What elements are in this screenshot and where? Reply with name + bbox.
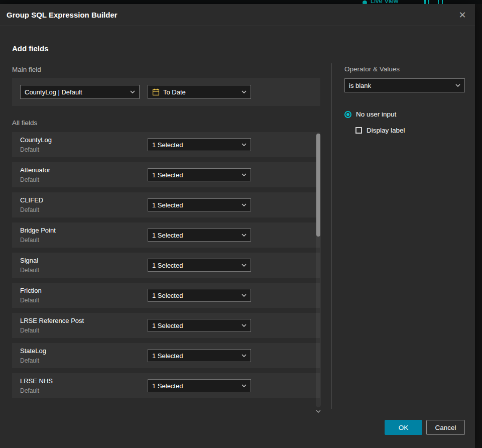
all-fields-label: All fields (12, 119, 37, 127)
field-name: Signal (20, 257, 38, 264)
operator-select-value: is blank (349, 82, 371, 89)
field-selected-dropdown[interactable]: 1 Selected (148, 289, 251, 302)
chevron-down-icon (455, 84, 460, 87)
field-selected-dropdown[interactable]: 1 Selected (148, 198, 251, 211)
field-selected-dropdown[interactable]: 1 Selected (148, 229, 251, 242)
field-name: Friction (20, 287, 42, 294)
selected-count-label: 1 Selected (152, 171, 183, 179)
display-label-label: Display label (367, 127, 405, 134)
main-field-select-value: CountyLog | Default (25, 88, 82, 96)
all-fields-list: CountyLog Default 1 Selected Attenuator … (12, 132, 320, 403)
selected-count-label: 1 Selected (152, 382, 183, 390)
field-name: Attenuator (20, 166, 50, 174)
field-row: LRSE Reference Post Default 1 Selected (12, 313, 320, 338)
field-row: Bridge Point Default 1 Selected (12, 222, 320, 248)
chevron-down-icon (242, 203, 247, 206)
field-subtitle: Default (20, 176, 39, 183)
field-selected-dropdown[interactable]: 1 Selected (148, 259, 251, 272)
field-row: Signal Default 1 Selected (12, 253, 320, 278)
chevron-down-icon (242, 324, 247, 327)
field-subtitle: Default (20, 297, 39, 304)
close-icon[interactable]: ✕ (456, 9, 468, 21)
field-selected-dropdown[interactable]: 1 Selected (148, 319, 251, 332)
chevron-down-icon (130, 90, 135, 93)
field-selected-dropdown[interactable]: 1 Selected (148, 138, 251, 151)
panel-icon[interactable] (438, 0, 443, 4)
cancel-button[interactable]: Cancel (426, 420, 465, 435)
field-row: StateLog Default 1 Selected (12, 343, 320, 368)
backdrop-toolbar: Live View (0, 0, 482, 4)
chevron-down-icon (242, 354, 247, 357)
field-subtitle: Default (20, 237, 39, 244)
operator-select[interactable]: is blank (344, 78, 465, 92)
field-selected-dropdown[interactable]: 1 Selected (148, 379, 251, 392)
field-name: Bridge Point (20, 227, 56, 234)
pause-icon[interactable] (424, 0, 431, 4)
no-user-input-label: No user input (356, 110, 396, 118)
chevron-down-icon (242, 234, 247, 237)
main-field-select[interactable]: CountyLog | Default (20, 85, 140, 99)
field-row: Friction Default 1 Selected (12, 283, 320, 308)
ok-button[interactable]: OK (385, 420, 422, 435)
field-subtitle: Default (20, 357, 39, 364)
scrollbar-thumb[interactable] (316, 134, 320, 237)
field-selected-dropdown[interactable]: 1 Selected (148, 168, 251, 181)
field-row: Attenuator Default 1 Selected (12, 162, 320, 187)
group-sql-expression-builder-dialog: Group SQL Expression Builder ✕ Add field… (0, 4, 475, 448)
chevron-down-icon (242, 143, 247, 146)
radio-selected-icon[interactable] (344, 111, 351, 118)
selected-count-label: 1 Selected (152, 292, 183, 299)
field-subtitle: Default (20, 206, 39, 213)
date-select-value: To Date (163, 88, 186, 96)
dialog-header: Group SQL Expression Builder ✕ (0, 4, 475, 26)
field-row: CLIFED Default 1 Selected (12, 192, 320, 217)
selected-count-label: 1 Selected (152, 352, 183, 360)
vertical-divider (331, 63, 332, 409)
selected-count-label: 1 Selected (152, 322, 183, 329)
checkbox-unchecked-icon[interactable] (355, 127, 362, 134)
field-name: StateLog (20, 347, 46, 355)
selected-count-label: 1 Selected (152, 201, 183, 209)
field-row: CountyLog Default 1 Selected (12, 132, 320, 157)
selected-count-label: 1 Selected (152, 141, 183, 149)
field-selected-dropdown[interactable]: 1 Selected (148, 349, 251, 362)
main-field-date-select[interactable]: To Date (148, 85, 251, 99)
selected-count-label: 1 Selected (152, 232, 183, 239)
live-view-dot-icon (363, 1, 367, 4)
calendar-icon (152, 88, 160, 96)
chevron-down-icon (242, 384, 247, 387)
field-subtitle: Default (20, 327, 39, 334)
field-subtitle: Default (20, 387, 39, 394)
display-label-checkbox[interactable]: Display label (355, 127, 405, 134)
field-name: LRSE NHS (20, 377, 53, 385)
scrollbar[interactable] (316, 133, 321, 407)
field-name: CLIFED (20, 196, 43, 204)
main-field-panel: CountyLog | Default To Date (12, 78, 320, 106)
field-name: CountyLog (20, 136, 52, 144)
chevron-down-icon (242, 173, 247, 176)
page-backdrop: Live View Group SQL Expression Builder ✕… (0, 0, 482, 448)
dialog-title: Group SQL Expression Builder (7, 4, 117, 26)
operator-values-heading: Operator & Values (344, 65, 400, 73)
main-field-label: Main field (12, 66, 41, 73)
no-user-input-radio[interactable]: No user input (344, 110, 396, 118)
selected-count-label: 1 Selected (152, 262, 183, 269)
field-subtitle: Default (20, 146, 39, 153)
field-row: LRSE NHS Default 1 Selected (12, 373, 320, 398)
live-view-label: Live View (371, 0, 398, 4)
scroll-down-icon[interactable] (316, 408, 321, 414)
field-name: LRSE Reference Post (20, 317, 84, 324)
add-fields-heading: Add fields (12, 44, 49, 53)
chevron-down-icon (242, 90, 247, 93)
chevron-down-icon (242, 264, 247, 267)
chevron-down-icon (242, 294, 247, 297)
field-subtitle: Default (20, 267, 39, 274)
